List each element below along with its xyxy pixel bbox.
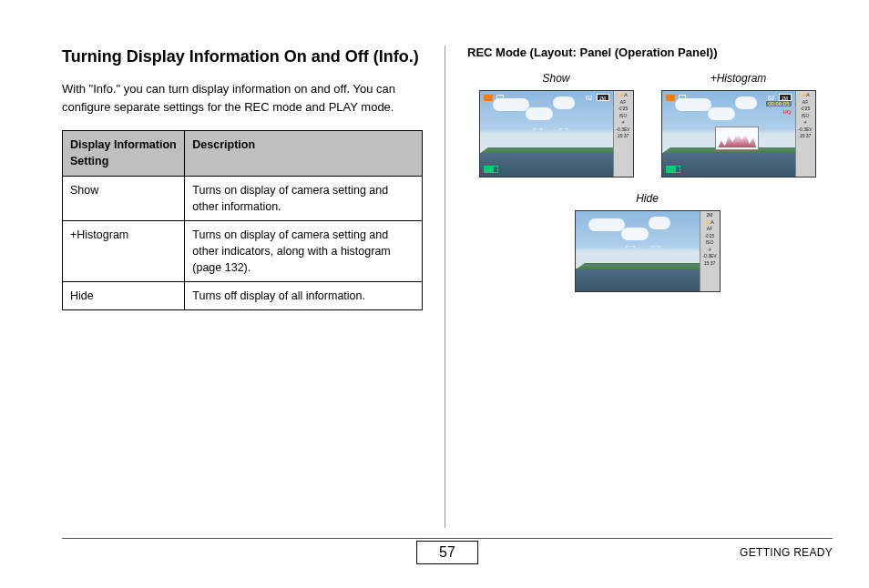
camera-icon xyxy=(666,95,675,101)
table-row: Show Turns on display of camera setting … xyxy=(63,176,423,220)
cell-setting: Show xyxy=(63,176,185,220)
label-histogram: +Histogram xyxy=(661,72,816,85)
intro-text: With "Info." you can turn display inform… xyxy=(62,80,423,116)
shot-count: 62 xyxy=(586,95,593,101)
preview-hide: Hide ⌐ ¬⌐ ¬ 2M ⚡A AF ⏱25 ISO ✳ -0.3EV xyxy=(575,192,721,292)
screen-histogram: 62 2M 00:06:05 HQ ⌐ ¬⌐ ¬ ⚡A AF ⏱25 ISO ✳… xyxy=(661,90,816,177)
section-name: GETTING READY xyxy=(740,546,833,559)
screen-hide: ⌐ ¬⌐ ¬ 2M ⚡A AF ⏱25 ISO ✳ -0.3EV 15:37 xyxy=(575,210,721,292)
cell-desc: Turns on display of camera setting and o… xyxy=(185,176,423,220)
right-title: REC Mode (Layout: Panel (Operation Panel… xyxy=(467,46,827,59)
mode-icon xyxy=(679,95,686,101)
operation-panel: ⚡A AF ⏱25 ISO ✳ -0.3EV 15:37 xyxy=(795,91,815,177)
af-marks: ⌐ ¬⌐ ¬ xyxy=(533,126,567,132)
screen-show: 62 2M ⌐ ¬⌐ ¬ ⚡A AF ⏱25 ISO ✳ -0.3EV 15:3… xyxy=(479,90,634,177)
th-setting: Display Information Setting xyxy=(63,131,185,176)
battery-icon xyxy=(484,166,498,173)
battery-icon xyxy=(666,166,680,173)
page-number: 57 xyxy=(416,541,478,564)
shot-count: 62 xyxy=(768,95,775,101)
mode-icon xyxy=(496,95,504,101)
preview-show: Show 62 2M ⌐ ¬⌐ ¬ ⚡A xyxy=(479,72,634,177)
label-show: Show xyxy=(479,72,634,85)
th-desc: Description xyxy=(185,131,423,176)
cell-setting: +Histogram xyxy=(63,220,185,281)
size-badge: 2M xyxy=(779,94,792,101)
table-row: Hide Turns off display of all informatio… xyxy=(63,282,423,310)
settings-table: Display Information Setting Description … xyxy=(62,130,423,310)
preview-histogram: +Histogram 62 2M 00:06:05 HQ ⌐ ¬⌐ ¬ xyxy=(661,72,816,177)
histogram-graph xyxy=(715,127,759,150)
rec-time: 00:06:05 xyxy=(766,101,791,106)
page-footer: 57 GETTING READY xyxy=(62,538,833,559)
cell-desc: Turns on display of camera setting and o… xyxy=(185,220,423,281)
cell-setting: Hide xyxy=(63,282,185,310)
cell-desc: Turns off display of all information. xyxy=(185,282,423,310)
label-hide: Hide xyxy=(575,192,721,205)
af-marks: ⌐ ¬⌐ ¬ xyxy=(626,243,660,249)
page-heading: Turning Display Information On and Off (… xyxy=(62,46,423,67)
hq-badge: HQ xyxy=(783,109,792,115)
operation-panel: ⚡A AF ⏱25 ISO ✳ -0.3EV 15:37 xyxy=(613,91,633,177)
table-row: +Histogram Turns on display of camera se… xyxy=(63,220,423,281)
operation-panel: 2M ⚡A AF ⏱25 ISO ✳ -0.3EV 15:37 xyxy=(700,211,720,291)
size-badge: 2M xyxy=(597,94,609,101)
camera-icon xyxy=(484,95,493,101)
